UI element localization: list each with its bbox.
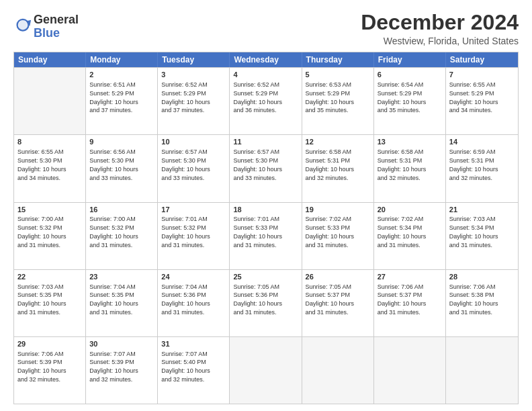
day-info-4-0: Sunrise: 7:06 AM Sunset: 5:39 PM Dayligh… (17, 351, 66, 383)
day-info-2-6: Sunrise: 7:03 AM Sunset: 5:34 PM Dayligh… (449, 216, 498, 248)
calendar-cell-0-6: 7Sunrise: 6:55 AM Sunset: 5:29 PM Daylig… (446, 68, 518, 134)
calendar-cell-4-5 (374, 337, 446, 404)
calendar-cell-2-0: 15Sunrise: 7:00 AM Sunset: 5:32 PM Dayli… (14, 203, 86, 269)
calendar-cell-1-5: 13Sunrise: 6:58 AM Sunset: 5:31 PM Dayli… (374, 135, 446, 201)
calendar-cell-1-6: 14Sunrise: 6:59 AM Sunset: 5:31 PM Dayli… (446, 135, 518, 201)
header-thursday: Thursday (302, 52, 374, 67)
calendar-page: General Blue December 2024 Westview, Flo… (0, 0, 532, 411)
calendar-row-4: 29Sunrise: 7:06 AM Sunset: 5:39 PM Dayli… (14, 336, 518, 404)
day-info-3-5: Sunrise: 7:06 AM Sunset: 5:37 PM Dayligh… (378, 283, 427, 316)
day-number-0-1: 2 (89, 70, 154, 80)
logo-text-block: General Blue (34, 13, 79, 40)
day-info-0-2: Sunrise: 6:52 AM Sunset: 5:29 PM Dayligh… (161, 81, 210, 113)
day-info-2-4: Sunrise: 7:02 AM Sunset: 5:33 PM Dayligh… (306, 216, 355, 248)
day-info-0-4: Sunrise: 6:53 AM Sunset: 5:29 PM Dayligh… (306, 81, 355, 113)
day-number-2-4: 19 (306, 205, 370, 215)
calendar-cell-2-1: 16Sunrise: 7:00 AM Sunset: 5:32 PM Dayli… (86, 203, 158, 269)
day-info-1-5: Sunrise: 6:58 AM Sunset: 5:31 PM Dayligh… (378, 148, 427, 181)
calendar-cell-1-1: 9Sunrise: 6:56 AM Sunset: 5:30 PM Daylig… (86, 135, 158, 201)
day-number-3-5: 27 (378, 272, 442, 282)
header-friday: Friday (374, 52, 446, 67)
day-number-1-1: 9 (89, 137, 154, 147)
location: Westview, Florida, United States (361, 36, 519, 46)
day-info-3-4: Sunrise: 7:05 AM Sunset: 5:37 PM Dayligh… (306, 283, 355, 316)
calendar-cell-4-4 (302, 337, 374, 404)
day-info-1-0: Sunrise: 6:55 AM Sunset: 5:30 PM Dayligh… (17, 148, 66, 181)
day-info-1-4: Sunrise: 6:58 AM Sunset: 5:31 PM Dayligh… (306, 148, 355, 181)
day-number-2-5: 20 (378, 205, 442, 215)
day-number-2-3: 18 (233, 205, 298, 215)
header-tuesday: Tuesday (158, 52, 230, 67)
day-number-1-6: 14 (449, 137, 515, 147)
day-info-0-1: Sunrise: 6:51 AM Sunset: 5:29 PM Dayligh… (89, 81, 138, 113)
day-info-0-5: Sunrise: 6:54 AM Sunset: 5:29 PM Dayligh… (378, 81, 427, 113)
calendar: Sunday Monday Tuesday Wednesday Thursday… (13, 52, 519, 404)
day-info-4-1: Sunrise: 7:07 AM Sunset: 5:39 PM Dayligh… (89, 351, 138, 383)
day-info-1-3: Sunrise: 6:57 AM Sunset: 5:30 PM Dayligh… (233, 148, 282, 181)
header-monday: Monday (86, 52, 158, 67)
day-info-4-2: Sunrise: 7:07 AM Sunset: 5:40 PM Dayligh… (161, 351, 210, 383)
day-info-2-3: Sunrise: 7:01 AM Sunset: 5:33 PM Dayligh… (233, 216, 282, 248)
day-info-3-0: Sunrise: 7:03 AM Sunset: 5:35 PM Dayligh… (17, 283, 66, 316)
day-number-4-1: 30 (89, 339, 154, 349)
calendar-cell-1-2: 10Sunrise: 6:57 AM Sunset: 5:30 PM Dayli… (158, 135, 230, 201)
calendar-cell-0-4: 5Sunrise: 6:53 AM Sunset: 5:29 PM Daylig… (302, 68, 374, 134)
calendar-cell-2-6: 21Sunrise: 7:03 AM Sunset: 5:34 PM Dayli… (446, 203, 518, 269)
header-saturday: Saturday (446, 52, 518, 67)
day-info-3-2: Sunrise: 7:04 AM Sunset: 5:36 PM Dayligh… (161, 283, 210, 316)
header: General Blue December 2024 Westview, Flo… (13, 11, 519, 46)
calendar-cell-4-0: 29Sunrise: 7:06 AM Sunset: 5:39 PM Dayli… (14, 337, 86, 404)
day-number-3-3: 25 (233, 272, 298, 282)
day-number-3-2: 24 (161, 272, 226, 282)
calendar-cell-4-1: 30Sunrise: 7:07 AM Sunset: 5:39 PM Dayli… (86, 337, 158, 404)
day-number-2-6: 21 (449, 205, 515, 215)
day-info-2-5: Sunrise: 7:02 AM Sunset: 5:34 PM Dayligh… (378, 216, 427, 248)
calendar-cell-3-6: 28Sunrise: 7:06 AM Sunset: 5:38 PM Dayli… (446, 270, 518, 336)
calendar-cell-3-1: 23Sunrise: 7:04 AM Sunset: 5:35 PM Dayli… (86, 270, 158, 336)
calendar-cell-3-4: 26Sunrise: 7:05 AM Sunset: 5:37 PM Dayli… (302, 270, 374, 336)
day-number-2-1: 16 (89, 205, 154, 215)
day-info-1-2: Sunrise: 6:57 AM Sunset: 5:30 PM Dayligh… (161, 148, 210, 181)
logo-general: General (34, 13, 79, 27)
calendar-cell-2-5: 20Sunrise: 7:02 AM Sunset: 5:34 PM Dayli… (374, 203, 446, 269)
calendar-cell-3-5: 27Sunrise: 7:06 AM Sunset: 5:37 PM Dayli… (374, 270, 446, 336)
calendar-cell-2-3: 18Sunrise: 7:01 AM Sunset: 5:33 PM Dayli… (230, 203, 302, 269)
calendar-row-0: 2Sunrise: 6:51 AM Sunset: 5:29 PM Daylig… (14, 67, 518, 134)
logo-blue: Blue (34, 26, 60, 40)
calendar-cell-0-0 (14, 68, 86, 134)
day-info-1-1: Sunrise: 6:56 AM Sunset: 5:30 PM Dayligh… (89, 148, 138, 181)
day-number-3-6: 28 (449, 272, 515, 282)
day-info-3-1: Sunrise: 7:04 AM Sunset: 5:35 PM Dayligh… (89, 283, 138, 316)
calendar-header: Sunday Monday Tuesday Wednesday Thursday… (14, 52, 518, 67)
day-info-3-3: Sunrise: 7:05 AM Sunset: 5:36 PM Dayligh… (233, 283, 282, 316)
day-number-3-0: 22 (17, 272, 82, 282)
calendar-cell-4-2: 31Sunrise: 7:07 AM Sunset: 5:40 PM Dayli… (158, 337, 230, 404)
calendar-cell-0-3: 4Sunrise: 6:52 AM Sunset: 5:29 PM Daylig… (230, 68, 302, 134)
calendar-cell-0-2: 3Sunrise: 6:52 AM Sunset: 5:29 PM Daylig… (158, 68, 230, 134)
calendar-cell-2-2: 17Sunrise: 7:01 AM Sunset: 5:32 PM Dayli… (158, 203, 230, 269)
calendar-body: 2Sunrise: 6:51 AM Sunset: 5:29 PM Daylig… (14, 67, 518, 404)
header-wednesday: Wednesday (230, 52, 302, 67)
calendar-cell-2-4: 19Sunrise: 7:02 AM Sunset: 5:33 PM Dayli… (302, 203, 374, 269)
day-number-0-4: 5 (306, 70, 370, 80)
calendar-row-2: 15Sunrise: 7:00 AM Sunset: 5:32 PM Dayli… (14, 202, 518, 269)
calendar-row-3: 22Sunrise: 7:03 AM Sunset: 5:35 PM Dayli… (14, 269, 518, 336)
logo: General Blue (13, 13, 79, 40)
day-number-1-4: 12 (306, 137, 370, 147)
calendar-cell-4-3 (230, 337, 302, 404)
calendar-cell-3-0: 22Sunrise: 7:03 AM Sunset: 5:35 PM Dayli… (14, 270, 86, 336)
day-number-0-5: 6 (378, 70, 442, 80)
day-number-3-1: 23 (89, 272, 154, 282)
day-info-2-0: Sunrise: 7:00 AM Sunset: 5:32 PM Dayligh… (17, 216, 66, 248)
day-number-3-4: 26 (306, 272, 370, 282)
day-number-2-2: 17 (161, 205, 226, 215)
header-sunday: Sunday (14, 52, 86, 67)
calendar-cell-3-3: 25Sunrise: 7:05 AM Sunset: 5:36 PM Dayli… (230, 270, 302, 336)
month-title: December 2024 (361, 11, 519, 34)
day-number-1-0: 8 (17, 137, 82, 147)
day-info-3-6: Sunrise: 7:06 AM Sunset: 5:38 PM Dayligh… (449, 283, 498, 316)
day-info-2-2: Sunrise: 7:01 AM Sunset: 5:32 PM Dayligh… (161, 216, 210, 248)
calendar-cell-0-1: 2Sunrise: 6:51 AM Sunset: 5:29 PM Daylig… (86, 68, 158, 134)
calendar-cell-0-5: 6Sunrise: 6:54 AM Sunset: 5:29 PM Daylig… (374, 68, 446, 134)
day-info-1-6: Sunrise: 6:59 AM Sunset: 5:31 PM Dayligh… (449, 148, 498, 181)
